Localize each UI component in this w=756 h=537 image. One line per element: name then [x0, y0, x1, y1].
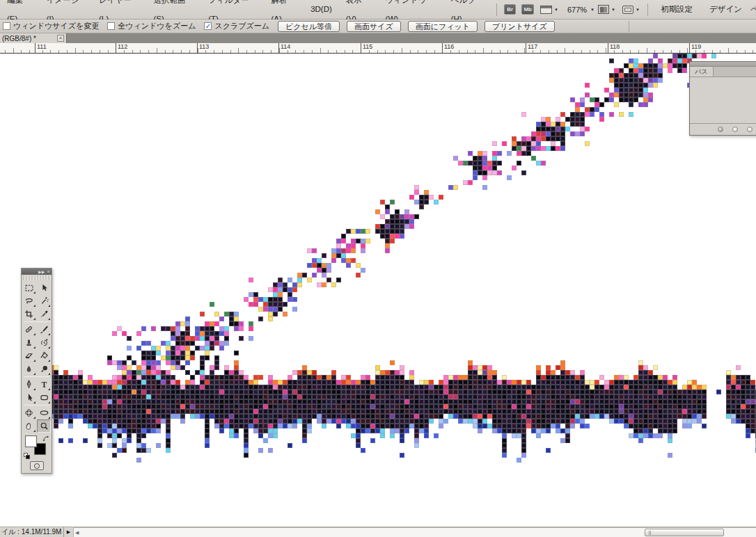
blur-icon: [24, 364, 33, 374]
tool-row: [22, 294, 52, 307]
workspace-button[interactable]: デザイン: [701, 4, 750, 15]
ruler-label: 116: [442, 43, 454, 53]
option-checkbox[interactable]: ✓スクラブズーム: [204, 21, 269, 31]
panel-footer-button[interactable]: [718, 127, 723, 132]
tool-rounded-rectangle[interactable]: [37, 391, 51, 404]
ruler-label: 117: [526, 43, 537, 53]
checkbox-icon[interactable]: [3, 22, 10, 30]
paths-panel-footer: [690, 123, 756, 134]
view-extras-button[interactable]: ▼: [540, 6, 558, 14]
tool-eyedropper[interactable]: [37, 307, 51, 321]
zoom-preset-button[interactable]: プリントサイズ: [485, 21, 555, 32]
type-icon: T: [40, 380, 49, 389]
zoom-icon: [40, 422, 49, 431]
scroll-left-icon[interactable]: ◀: [75, 530, 79, 536]
close-icon[interactable]: ×: [47, 270, 50, 274]
tab-paths[interactable]: パス: [690, 67, 714, 77]
tool-magic-wand[interactable]: [37, 294, 51, 307]
checkbox-icon[interactable]: ✓: [204, 22, 212, 30]
history-brush-icon: [40, 338, 49, 347]
zoom-level-value[interactable]: 677%: [567, 6, 587, 14]
tool-row: [22, 362, 52, 376]
zoom-tool-options: ウィンドウサイズを変更全ウィンドウをズーム✓スクラブズーム: [3, 21, 278, 31]
tool-rectangular-marquee[interactable]: [22, 281, 36, 294]
tool-pen[interactable]: [22, 378, 36, 391]
tool-lasso[interactable]: [22, 294, 36, 307]
checkbox-icon[interactable]: [107, 22, 115, 30]
chevron-down-icon[interactable]: ▼: [590, 8, 594, 12]
eraser-icon: [24, 351, 33, 360]
status-menu-arrow[interactable]: ▶: [64, 527, 74, 537]
document-canvas[interactable]: [0, 54, 756, 527]
document-tab[interactable]: (RGB/8#) * ×: [0, 33, 67, 43]
workspace-button[interactable]: 初期設定: [652, 4, 701, 15]
3d-rotate-icon: [24, 408, 33, 417]
screen-mode-button[interactable]: ▼: [622, 6, 640, 14]
quick-mask-button[interactable]: [30, 461, 44, 470]
horizontal-ruler[interactable]: 111112113114115116117118119: [0, 43, 756, 54]
bridge-button[interactable]: Br: [504, 4, 517, 15]
tool-3d-rotate[interactable]: [22, 406, 36, 419]
scrollbar-thumb[interactable]: [645, 529, 724, 536]
tool-row: [22, 391, 52, 404]
palette-drag-ridge[interactable]: [23, 275, 50, 280]
tool-move[interactable]: [37, 281, 51, 294]
panel-footer-button[interactable]: [732, 127, 738, 132]
document-tab-bar: (RGB/8#) * ×: [0, 33, 756, 43]
tool-clone-stamp[interactable]: [22, 336, 36, 349]
workspace-button-clipped[interactable]: ペ: [750, 4, 756, 15]
zoom-preset-button[interactable]: 画面にフィット: [408, 21, 478, 32]
swap-colors-icon[interactable]: [42, 435, 49, 443]
tool-row: T: [22, 378, 52, 391]
tool-paint-bucket[interactable]: [37, 349, 51, 362]
tool-crop[interactable]: [22, 307, 36, 321]
ruler-ticks: [0, 50, 756, 53]
dodge-icon: [40, 364, 49, 374]
tool-hand[interactable]: [22, 419, 36, 433]
paths-panel-content: [690, 77, 756, 123]
option-checkbox[interactable]: 全ウィンドウをズーム: [107, 21, 196, 31]
collapse-icon[interactable]: ▶▶: [38, 269, 45, 274]
tool-dodge[interactable]: [37, 362, 51, 376]
paths-panel-titlebar[interactable]: [690, 62, 756, 67]
pen-icon: [24, 380, 33, 389]
workspace-buttons: 初期設定デザイン: [652, 4, 750, 15]
tool-blur[interactable]: [22, 362, 36, 376]
option-checkbox[interactable]: ウィンドウサイズを変更: [3, 21, 99, 31]
tool-spot-healing-brush[interactable]: [22, 323, 36, 336]
tool-row: [22, 349, 52, 362]
tool-zoom[interactable]: [37, 419, 51, 433]
tool-history-brush[interactable]: [37, 336, 51, 349]
tool-eraser[interactable]: [22, 349, 36, 362]
menu-6[interactable]: 3D(D): [304, 0, 339, 19]
tool-row: [22, 419, 52, 433]
tool-palette: ▶▶ × T: [21, 268, 52, 474]
palette-titlebar[interactable]: ▶▶ ×: [22, 268, 52, 275]
foreground-color-swatch[interactable]: [25, 435, 37, 447]
mini-bridge-button[interactable]: Mb: [521, 4, 534, 15]
arrange-documents-icon: [598, 5, 609, 14]
document-size-info: イル : 14.1M/11.9M: [0, 527, 64, 537]
horizontal-scrollbar[interactable]: ◀: [74, 527, 756, 537]
tool-3d-orbit[interactable]: [37, 406, 51, 419]
tool-path-selection[interactable]: [22, 391, 36, 404]
separator: [629, 21, 629, 32]
chevron-down-icon: ▼: [611, 8, 615, 12]
hand-icon: [24, 422, 33, 431]
default-colors-icon[interactable]: [24, 453, 30, 459]
zoom-action-buttons: ピクセル等倍画面サイズ画面にフィットプリントサイズ: [278, 21, 562, 32]
close-icon[interactable]: ×: [57, 35, 64, 42]
menu-items: 編集(E)イメージ(I)レイヤー(L)選択範囲(S)フィルター(T)解析(A)3…: [0, 0, 492, 19]
zoom-preset-button[interactable]: ピクセル等倍: [278, 21, 340, 32]
zoom-preset-button[interactable]: 画面サイズ: [347, 21, 401, 32]
tool-type[interactable]: T: [37, 378, 51, 391]
arrange-documents-button[interactable]: ▼: [598, 5, 615, 14]
menu-bar: 編集(E)イメージ(I)レイヤー(L)選択範囲(S)フィルター(T)解析(A)3…: [0, 0, 756, 19]
tool-brush[interactable]: [37, 323, 51, 336]
document-canvas-area[interactable]: [0, 54, 756, 527]
move-icon: [40, 283, 49, 292]
eyedropper-icon: [40, 310, 49, 319]
magic-wand-icon: [40, 296, 49, 305]
panel-footer-button[interactable]: [747, 127, 753, 132]
ruler-label: 119: [689, 43, 701, 53]
